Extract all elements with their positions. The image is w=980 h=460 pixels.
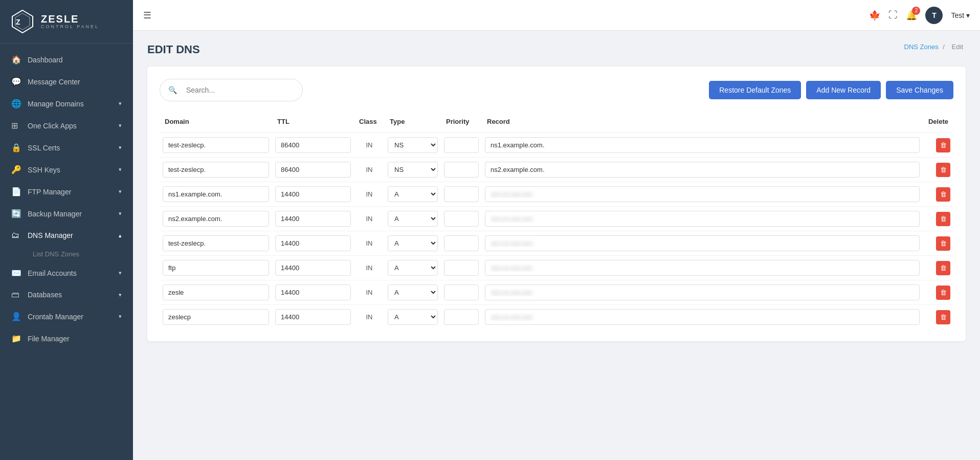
ttl-input[interactable] — [275, 186, 351, 202]
priority-input[interactable] — [444, 186, 479, 202]
notification-count: 2 — [912, 7, 920, 15]
table-row: INAAAAACNAMEMXNSTXTSRVCAA🗑 — [160, 158, 953, 182]
sidebar-item-manage-domains[interactable]: 🌐 Manage Domains ▾ — [0, 93, 133, 115]
breadcrumb-dns-zones[interactable]: DNS Zones — [904, 43, 939, 51]
class-value: IN — [354, 280, 385, 305]
action-buttons: Restore Default Zones Add New Record Sav… — [709, 81, 953, 99]
column-header-domain: Domain — [160, 114, 272, 133]
search-icon: 🔍 — [168, 86, 177, 94]
hamburger-menu-icon[interactable]: ☰ — [143, 10, 151, 21]
record-input[interactable] — [485, 260, 920, 276]
table-row: INAAAAACNAMEMXNSTXTSRVCAA🗑 — [160, 231, 953, 256]
dns-card: 🔍 Restore Default Zones Add New Record S… — [147, 67, 966, 341]
table-row: INAAAAACNAMEMXNSTXTSRVCAA🗑 — [160, 305, 953, 330]
user-name-dropdown[interactable]: Test ▾ — [951, 11, 970, 19]
file-icon: 📄 — [11, 187, 21, 196]
fullscreen-icon[interactable]: ⛶ — [888, 10, 898, 20]
sidebar-sub-item-list-dns[interactable]: List DNS Zones — [28, 246, 133, 262]
list-dns-label: List DNS Zones — [33, 250, 79, 258]
record-input[interactable] — [485, 284, 920, 300]
domain-input[interactable] — [163, 186, 269, 202]
add-new-record-button[interactable]: Add New Record — [806, 81, 881, 99]
type-select[interactable]: AAAAACNAMEMXNSTXTSRVCAA — [388, 186, 438, 202]
column-header-delete: Delete — [923, 114, 953, 133]
ttl-input[interactable] — [275, 211, 351, 227]
breadcrumb-current: Edit — [952, 43, 963, 51]
sidebar-item-ssl-certs[interactable]: 🔒 SSL Certs ▾ — [0, 137, 133, 159]
domain-input[interactable] — [163, 162, 269, 178]
delete-button[interactable]: 🗑 — [936, 187, 950, 202]
sidebar-item-crontab-manager[interactable]: 👤 Crontab Manager ▾ — [0, 305, 133, 327]
delete-button[interactable]: 🗑 — [936, 286, 950, 300]
delete-button[interactable]: 🗑 — [936, 310, 950, 324]
domain-input[interactable] — [163, 211, 269, 227]
class-value: IN — [354, 256, 385, 280]
save-changes-button[interactable]: Save Changes — [886, 81, 953, 99]
domain-input[interactable] — [163, 309, 269, 325]
type-select[interactable]: AAAAACNAMEMXNSTXTSRVCAA — [388, 260, 438, 276]
search-input[interactable] — [181, 82, 294, 98]
chevron-down-icon-apps: ▾ — [119, 122, 122, 129]
ttl-input[interactable] — [275, 284, 351, 300]
delete-button[interactable]: 🗑 — [936, 236, 950, 251]
priority-input[interactable] — [444, 235, 479, 251]
chevron-down-icon-ssh: ▾ — [119, 166, 122, 173]
delete-button[interactable]: 🗑 — [936, 163, 950, 177]
record-input[interactable] — [485, 162, 920, 178]
type-select[interactable]: AAAAACNAMEMXNSTXTSRVCAA — [388, 284, 438, 300]
main-area: ☰ 🍁 ⛶ 🔔 2 T Test ▾ EDIT DNS DNS Zones / … — [133, 0, 980, 460]
delete-button[interactable]: 🗑 — [936, 261, 950, 275]
database-icon: 🗃 — [11, 290, 21, 299]
domain-input[interactable] — [163, 235, 269, 251]
type-select[interactable]: AAAAACNAMEMXNSTXTSRVCAA — [388, 235, 438, 251]
canada-icon[interactable]: 🍁 — [869, 10, 880, 21]
type-select[interactable]: AAAAACNAMEMXNSTXTSRVCAA — [388, 137, 438, 153]
record-input[interactable] — [485, 235, 920, 251]
chat-icon: 💬 — [11, 77, 21, 86]
sidebar-item-email-accounts[interactable]: ✉️ Email Accounts ▾ — [0, 262, 133, 284]
key-icon: 🔑 — [11, 165, 21, 174]
table-row: INAAAAACNAMEMXNSTXTSRVCAA🗑 — [160, 207, 953, 231]
type-select[interactable]: AAAAACNAMEMXNSTXTSRVCAA — [388, 309, 438, 325]
delete-button[interactable]: 🗑 — [936, 212, 950, 226]
delete-button[interactable]: 🗑 — [936, 138, 950, 152]
ttl-input[interactable] — [275, 309, 351, 325]
dns-table-body: INAAAAACNAMEMXNSTXTSRVCAA🗑INAAAAACNAMEMX… — [160, 133, 953, 330]
priority-input[interactable] — [444, 211, 479, 227]
priority-input[interactable] — [444, 260, 479, 276]
notification-bell[interactable]: 🔔 2 — [906, 10, 917, 21]
ttl-input[interactable] — [275, 162, 351, 178]
record-input[interactable] — [485, 137, 920, 153]
type-select[interactable]: AAAAACNAMEMXNSTXTSRVCAA — [388, 162, 438, 178]
sidebar-label-manage-domains: Manage Domains — [28, 100, 84, 108]
record-input[interactable] — [485, 186, 920, 202]
priority-input[interactable] — [444, 162, 479, 178]
sidebar-item-dns-manager[interactable]: 🗂 DNS Manager ▴ — [0, 225, 133, 246]
sidebar-item-message-center[interactable]: 💬 Message Center — [0, 71, 133, 93]
table-row: INAAAAACNAMEMXNSTXTSRVCAA🗑 — [160, 182, 953, 207]
sidebar-item-ssh-keys[interactable]: 🔑 SSH Keys ▾ — [0, 159, 133, 181]
class-value: IN — [354, 133, 385, 158]
breadcrumb-separator: / — [943, 43, 945, 51]
sidebar-item-dashboard[interactable]: 🏠 Dashboard — [0, 49, 133, 71]
record-input[interactable] — [485, 211, 920, 227]
type-select[interactable]: AAAAACNAMEMXNSTXTSRVCAA — [388, 211, 438, 227]
ttl-input[interactable] — [275, 235, 351, 251]
ttl-input[interactable] — [275, 260, 351, 276]
content-area: EDIT DNS DNS Zones / Edit 🔍 Restore Defa… — [133, 31, 980, 460]
priority-input[interactable] — [444, 284, 479, 300]
priority-input[interactable] — [444, 137, 479, 153]
domain-input[interactable] — [163, 284, 269, 300]
domain-input[interactable] — [163, 260, 269, 276]
sidebar-item-file-manager[interactable]: 📁 File Manager — [0, 327, 133, 349]
domain-input[interactable] — [163, 137, 269, 153]
record-input[interactable] — [485, 309, 920, 325]
priority-input[interactable] — [444, 309, 479, 325]
restore-default-zones-button[interactable]: Restore Default Zones — [709, 81, 801, 99]
sidebar-item-one-click-apps[interactable]: ⊞ One Click Apps ▾ — [0, 115, 133, 137]
sidebar-item-databases[interactable]: 🗃 Databases ▾ — [0, 284, 133, 305]
sidebar-item-backup-manager[interactable]: 🔄 Backup Manager ▾ — [0, 203, 133, 225]
sidebar-item-ftp-manager[interactable]: 📄 FTP Manager ▾ — [0, 181, 133, 203]
ttl-input[interactable] — [275, 137, 351, 153]
apps-icon: ⊞ — [11, 121, 21, 130]
